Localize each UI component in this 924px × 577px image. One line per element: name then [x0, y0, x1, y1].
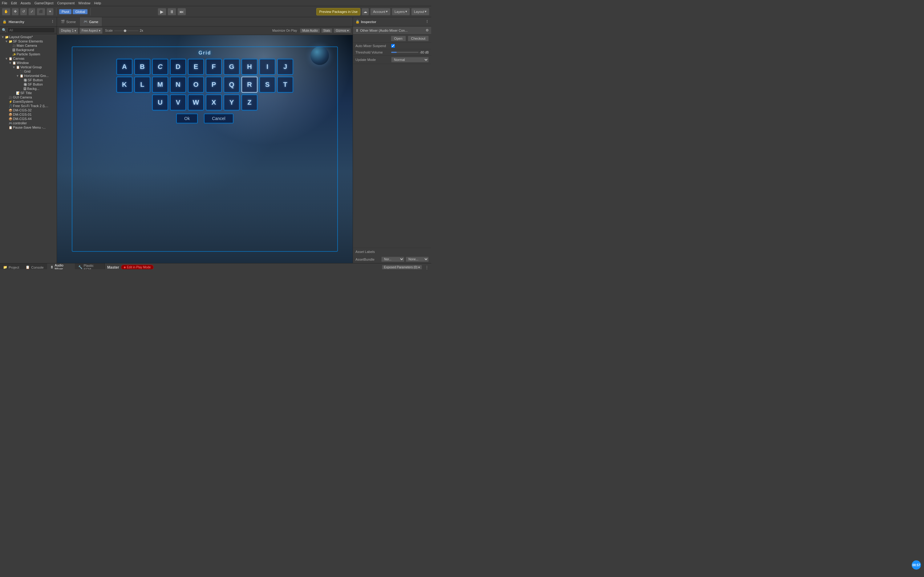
- key-D[interactable]: D: [170, 59, 186, 75]
- key-I[interactable]: I: [259, 59, 275, 75]
- key-B[interactable]: B: [134, 59, 150, 75]
- global-button[interactable]: Global: [73, 9, 88, 15]
- mute-audio-button[interactable]: Mute Audio: [300, 28, 320, 33]
- tree-window[interactable]: ▼ 📋 Window: [0, 61, 57, 65]
- tree-grid[interactable]: ⬛ Grid: [0, 69, 57, 74]
- tree-dm-cgs-32[interactable]: 📦 DM-CGS-32: [0, 108, 57, 112]
- menu-window[interactable]: Window: [78, 1, 90, 5]
- mixer-overflow-icon[interactable]: ⋮: [425, 265, 429, 269]
- hierarchy-search-input[interactable]: [8, 27, 55, 33]
- tree-sf-title[interactable]: 📝 SF Title: [0, 91, 57, 95]
- key-E[interactable]: E: [188, 59, 204, 75]
- tree-horizontal-group[interactable]: ▼ 📋 Horizontal Gro...: [0, 74, 57, 78]
- tree-canvas[interactable]: ▼ 📋 Canvas: [0, 56, 57, 61]
- open-button[interactable]: Open: [391, 36, 406, 41]
- scale-slider[interactable]: [114, 30, 139, 31]
- key-Y[interactable]: Y: [224, 95, 240, 110]
- cloud-button[interactable]: ☁: [362, 8, 369, 15]
- exposed-params-button[interactable]: Exposed Parameters (0) ▾: [382, 265, 422, 269]
- tab-scene[interactable]: 🎬 Scene: [57, 17, 80, 26]
- key-N[interactable]: N: [170, 77, 186, 93]
- key-P[interactable]: P: [206, 77, 222, 93]
- key-R[interactable]: R: [241, 77, 257, 93]
- key-S[interactable]: S: [259, 77, 275, 93]
- auto-mixer-checkbox[interactable]: [391, 44, 395, 48]
- asset-bundle-select[interactable]: Nor...: [381, 257, 404, 262]
- pause-button[interactable]: ⏸: [168, 8, 176, 15]
- key-J[interactable]: J: [277, 59, 293, 75]
- tree-dm-cgs-44[interactable]: 📦 DM-CGS-44: [0, 117, 57, 121]
- tree-event-system[interactable]: ⚡ EventSystem: [0, 99, 57, 104]
- update-mode-select[interactable]: Normal Unscaled Time Fixed: [391, 57, 429, 63]
- menu-assets[interactable]: Assets: [21, 1, 31, 5]
- edit-play-mode-badge[interactable]: Edit in Play Mode: [121, 265, 154, 269]
- tree-sf-scene[interactable]: ▼ 📁 SF Scene Elements: [0, 39, 57, 44]
- tool-move[interactable]: ✥: [12, 8, 19, 15]
- tab-project[interactable]: 📁 Project: [0, 263, 23, 269]
- tab-console[interactable]: 📋 Console: [23, 263, 47, 269]
- gizmos-button[interactable]: Gizmos ▾: [334, 28, 351, 33]
- tool-hand[interactable]: ✋: [2, 8, 10, 15]
- tool-scale[interactable]: ⤢: [28, 8, 36, 15]
- grid-ok-button[interactable]: Ok: [176, 114, 198, 123]
- tree-main-camera[interactable]: 🎥 Main Camera: [0, 44, 57, 48]
- menu-edit[interactable]: Edit: [11, 1, 17, 5]
- key-V[interactable]: V: [170, 95, 186, 110]
- aspect-button[interactable]: Free Aspect ▾: [79, 28, 103, 34]
- preview-packages-button[interactable]: Preview Packages in Use: [316, 8, 360, 15]
- tab-audio-mixer[interactable]: 🎚 Audio Mixer: [47, 263, 75, 269]
- tree-particle[interactable]: ✨ Particle System: [0, 52, 57, 56]
- key-Q[interactable]: Q: [224, 77, 240, 93]
- key-H[interactable]: H: [241, 59, 257, 75]
- hierarchy-menu-icon[interactable]: ⋮: [51, 20, 54, 24]
- menu-help[interactable]: Help: [94, 1, 101, 5]
- grid-cancel-button[interactable]: Cancel: [204, 114, 233, 123]
- pivot-button[interactable]: Pivot: [59, 9, 72, 15]
- key-O[interactable]: O: [188, 77, 204, 93]
- stats-button[interactable]: Stats: [321, 28, 333, 33]
- tree-background[interactable]: 🖼 Background: [0, 48, 57, 52]
- menu-file[interactable]: File: [2, 1, 7, 5]
- step-button[interactable]: ⏭: [178, 8, 186, 15]
- inspector-menu-icon[interactable]: ⋮: [425, 20, 429, 24]
- tree-controller[interactable]: 🎮 controller: [0, 121, 57, 125]
- key-M[interactable]: M: [152, 77, 168, 93]
- game-viewport[interactable]: Grid A B C D E F G H I J: [57, 35, 353, 263]
- tool-transform[interactable]: ✦: [47, 8, 53, 15]
- key-T[interactable]: T: [277, 77, 293, 93]
- hierarchy-lock-icon[interactable]: 🔒: [2, 20, 7, 24]
- tree-vertical-group[interactable]: ▼ 📋 Vertical Group: [0, 65, 57, 69]
- tab-game[interactable]: 🎮 Game: [80, 17, 102, 26]
- tree-pause-save[interactable]: 📋 Pause-Save Menu -...: [0, 125, 57, 129]
- key-G[interactable]: G: [224, 59, 240, 75]
- tree-sf-button-2[interactable]: 🔘 SF Button: [0, 82, 57, 87]
- key-A[interactable]: A: [116, 59, 132, 75]
- checkout-button[interactable]: Checkout: [408, 36, 429, 41]
- menu-component[interactable]: Component: [57, 1, 74, 5]
- tool-rotate[interactable]: ↺: [20, 8, 27, 15]
- tree-free-sci-fi[interactable]: 🎵 Free Sci-Fi Track 2 (L...: [0, 104, 57, 108]
- key-L[interactable]: L: [134, 77, 150, 93]
- inspector-lock-icon[interactable]: 🔒: [355, 20, 360, 24]
- key-W[interactable]: W: [188, 95, 204, 110]
- layout-button[interactable]: Layout ▾: [411, 8, 429, 15]
- threshold-slider[interactable]: [391, 52, 418, 53]
- key-F[interactable]: F: [206, 59, 222, 75]
- play-button[interactable]: ▶: [158, 8, 166, 15]
- tab-plastic-scm[interactable]: 🔧 Plastic SCM: [75, 263, 105, 269]
- key-K[interactable]: K: [116, 77, 132, 93]
- key-Z[interactable]: Z: [241, 95, 257, 110]
- menu-gameobject[interactable]: GameObject: [34, 1, 53, 5]
- inspector-gear-icon[interactable]: ⚙: [426, 28, 429, 32]
- layers-button[interactable]: Layers ▾: [392, 8, 410, 15]
- key-U[interactable]: U: [152, 95, 168, 110]
- tree-layout-groups[interactable]: ▼ 📁 Layout Groups*: [0, 35, 57, 39]
- key-X[interactable]: X: [206, 95, 222, 110]
- tree-backg[interactable]: 🖼 Backg...: [0, 87, 57, 91]
- tree-gui-camera[interactable]: 🎥 GUI Camera: [0, 95, 57, 99]
- tree-sf-button-1[interactable]: 🔘 SF Button: [0, 78, 57, 82]
- display-button[interactable]: Display 1 ▾: [59, 28, 78, 34]
- key-C[interactable]: C: [152, 59, 168, 75]
- tree-dm-cgs-01[interactable]: 📦 DM-CGS-01: [0, 112, 57, 117]
- asset-bundle-select-2[interactable]: None...: [405, 257, 429, 262]
